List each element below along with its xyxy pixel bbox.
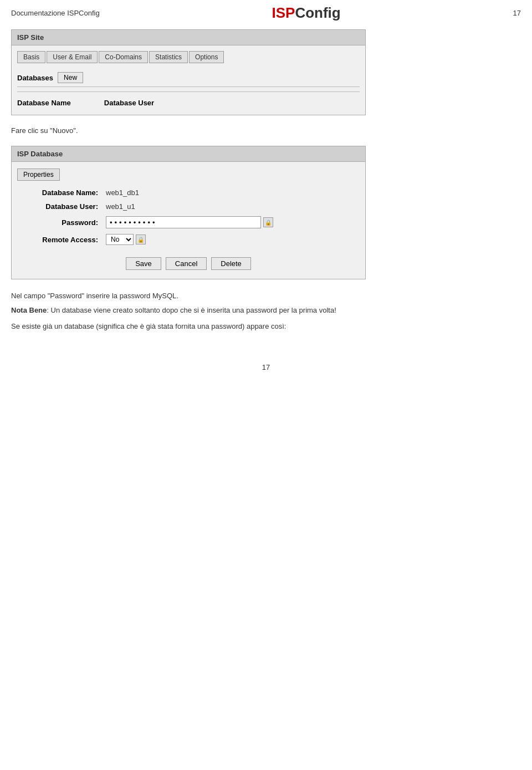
tab-statistics[interactable]: Statistics xyxy=(149,51,188,63)
cancel-button[interactable]: Cancel xyxy=(166,257,207,270)
remote-access-info-icon[interactable]: 🔒 xyxy=(136,234,146,244)
db-user-label: Database User: xyxy=(28,202,106,211)
remote-access-select[interactable]: No Yes xyxy=(106,234,134,245)
footer-page-number: 17 xyxy=(262,363,270,371)
form-row-password: Password: 🔒 xyxy=(17,216,360,228)
tab-user-email[interactable]: User & Email xyxy=(47,51,98,63)
tab-co-domains[interactable]: Co-Domains xyxy=(99,51,148,63)
table-header: Database Name Database User xyxy=(17,96,360,109)
db-user-value: web1_u1 xyxy=(106,202,135,211)
instruction3: Se esiste già un database (significa che… xyxy=(11,321,521,332)
page-footer: 17 xyxy=(0,363,532,371)
tab-properties[interactable]: Properties xyxy=(17,169,60,181)
new-database-button[interactable]: New xyxy=(58,72,83,83)
save-button[interactable]: Save xyxy=(126,257,161,270)
form-row-db-name: Database Name: web1_db1 xyxy=(17,188,360,197)
delete-button[interactable]: Delete xyxy=(211,257,251,270)
page-header: Documentazione ISPConfig ISPConfig 17 xyxy=(0,0,532,24)
password-label: Password: xyxy=(28,218,106,227)
password-info-icon[interactable]: 🔒 xyxy=(263,217,273,227)
instruction2: Nel campo "Password" inserire la passwor… xyxy=(11,290,521,302)
databases-row: Databases New xyxy=(17,69,360,87)
databases-label: Databases xyxy=(17,74,53,82)
remote-access-label: Remote Access: xyxy=(28,236,106,244)
header-title: Documentazione ISPConfig xyxy=(11,9,100,17)
logo-isp: ISP xyxy=(272,4,295,21)
isp-site-title: ISP Site xyxy=(12,30,365,45)
isp-database-panel: ISP Database Properties Database Name: w… xyxy=(11,146,366,279)
main-content: ISP Site Basis User & Email Co-Domains S… xyxy=(0,24,532,346)
isp-site-body: Basis User & Email Co-Domains Statistics… xyxy=(12,45,365,115)
tab-basis[interactable]: Basis xyxy=(17,51,45,63)
isp-database-title: ISP Database xyxy=(12,146,365,162)
nota-bene-label: Nota Bene xyxy=(11,306,47,314)
db-name-value: web1_db1 xyxy=(106,188,139,197)
logo-config: Config xyxy=(295,4,340,21)
header-page-number: 17 xyxy=(513,9,521,17)
nota-bene: Nota Bene: Un database viene creato solt… xyxy=(11,305,521,316)
remote-access-control-row: No Yes 🔒 xyxy=(106,234,146,245)
action-buttons: Save Cancel Delete xyxy=(17,251,360,272)
tab-options[interactable]: Options xyxy=(189,51,224,63)
col-database-user: Database User xyxy=(104,99,154,107)
password-input[interactable] xyxy=(106,216,261,228)
db-name-label: Database Name: xyxy=(28,188,106,197)
divider xyxy=(17,91,360,92)
instruction1: Fare clic su "Nuovo". xyxy=(11,126,521,135)
logo: ISPConfig xyxy=(272,4,341,22)
form-row-remote-access: Remote Access: No Yes 🔒 xyxy=(17,234,360,245)
isp-site-panel: ISP Site Basis User & Email Co-Domains S… xyxy=(11,29,366,115)
form-row-db-user: Database User: web1_u1 xyxy=(17,202,360,211)
isp-database-body: Properties Database Name: web1_db1 Datab… xyxy=(12,162,365,279)
tab-bar: Basis User & Email Co-Domains Statistics… xyxy=(17,51,360,63)
col-database-name: Database Name xyxy=(17,99,71,107)
nota-bene-text: : Un database viene creato soltanto dopo… xyxy=(47,306,336,314)
password-input-row: 🔒 xyxy=(106,216,273,228)
